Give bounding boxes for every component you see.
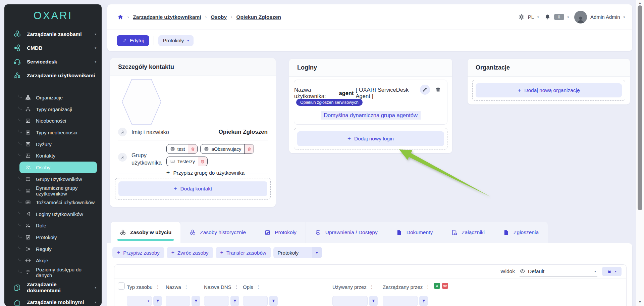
- scrollbar[interactable]: ▲ ▼: [636, 0, 644, 306]
- sidebar-item[interactable]: Zarządzanie dokumentami▾: [4, 280, 102, 295]
- return-assets-button[interactable]: +Zwróc zasoby: [167, 247, 213, 258]
- sidebar-item[interactable]: Typy nieobecności: [19, 127, 97, 138]
- scrollbar-thumb[interactable]: [638, 5, 642, 210]
- scroll-up-icon[interactable]: ▲: [636, 1, 644, 5]
- sidebar-item[interactable]: Protokoły: [19, 231, 97, 243]
- filter-input[interactable]: [204, 296, 229, 306]
- assign-group-link[interactable]: + Przypisz grupę do użytkownika: [166, 169, 270, 176]
- column-menu-icon[interactable]: ⋮: [184, 284, 189, 290]
- column-menu-icon[interactable]: ⋮: [155, 284, 160, 290]
- tab-3[interactable]: Uprawnienia / Dostępy: [306, 222, 387, 243]
- sidebar-item[interactable]: Poziomy dostępu do danych: [19, 266, 97, 278]
- column-filter-input[interactable]: [332, 296, 368, 306]
- filter-input[interactable]: [127, 296, 148, 306]
- column-menu-icon[interactable]: ⋮: [369, 284, 374, 290]
- breadcrumb-link[interactable]: Opiekun Zgloszen: [236, 14, 281, 20]
- add-login-button[interactable]: + Dodaj nowy login: [297, 131, 444, 146]
- export-excel-icon[interactable]: X: [434, 283, 440, 289]
- sidebar-item[interactable]: Organizacje: [19, 92, 97, 103]
- filter-input[interactable]: [243, 296, 267, 306]
- sidebar-item[interactable]: Role: [19, 220, 97, 232]
- column-filter-input[interactable]: [204, 296, 229, 306]
- sidebar: OXARI Zarządzanie zasobami▾CMDB▾Serviced…: [4, 4, 102, 306]
- edit-login-button[interactable]: [420, 85, 430, 95]
- sidebar-item[interactable]: Typy organizacji: [19, 103, 97, 115]
- sidebar-item[interactable]: Osoby: [19, 162, 97, 173]
- scroll-down-icon[interactable]: ▼: [636, 300, 644, 304]
- filter-button[interactable]: [153, 296, 162, 306]
- user-groups-icon: [25, 176, 31, 182]
- bell-icon[interactable]: [544, 14, 551, 20]
- tab-5[interactable]: Załączniki: [442, 222, 494, 243]
- sidebar-item[interactable]: Reguły: [19, 243, 97, 255]
- dynamic-user-groups-icon: [25, 188, 31, 193]
- view-select[interactable]: Default ▾: [520, 266, 597, 277]
- remove-group-button[interactable]: [245, 144, 254, 154]
- tab-6[interactable]: Zgłoszenia: [494, 222, 548, 243]
- mobile-management-icon: [13, 299, 21, 306]
- protocols-select[interactable]: Protokoły ▼: [273, 247, 322, 258]
- select-all-checkbox[interactable]: [118, 282, 125, 290]
- agent-group-link[interactable]: Domyślna dynamiczna grupa agentów: [321, 111, 421, 120]
- filter-input[interactable]: [166, 296, 190, 306]
- column-menu-icon[interactable]: ⋮: [425, 284, 430, 290]
- column-filter-input[interactable]: [243, 296, 268, 306]
- sidebar-item[interactable]: Nieobecności: [19, 115, 97, 127]
- breadcrumb-link[interactable]: Zarządzanie użytkownikami: [133, 14, 201, 20]
- add-contact-button[interactable]: + Dodaj kontakt: [118, 181, 267, 196]
- column-filter-input[interactable]: [166, 296, 190, 306]
- filter-button[interactable]: [269, 296, 278, 306]
- column-menu-icon[interactable]: ⋮: [256, 284, 261, 290]
- sidebar-item[interactable]: CMDB▾: [4, 41, 102, 55]
- user-menu[interactable]: Admin Admin: [590, 14, 620, 20]
- sidebar-item[interactable]: Zarządzanie użytkownikami: [4, 69, 102, 82]
- tab-4[interactable]: Dokumenty: [387, 222, 442, 243]
- sidebar-item[interactable]: Kontakty: [19, 150, 97, 162]
- avatar[interactable]: [574, 11, 587, 24]
- column-filter-input[interactable]: [383, 296, 418, 306]
- chevron-down-icon[interactable]: ▾: [623, 15, 625, 19]
- export-pdf-icon[interactable]: PDF: [442, 283, 448, 289]
- plus-icon: +: [174, 185, 177, 192]
- filter-button[interactable]: [419, 296, 428, 306]
- sidebar-item[interactable]: Tożsamości użytkowników: [19, 196, 97, 208]
- filter-button[interactable]: [369, 296, 378, 306]
- chevron-down-icon: ▾: [615, 270, 616, 273]
- sidebar-item[interactable]: Dynamiczne grupy użytkowników: [19, 185, 97, 197]
- tab-1[interactable]: Zasoby historycznie: [180, 222, 255, 243]
- app-logo[interactable]: OXARI: [4, 4, 102, 27]
- assign-assets-button[interactable]: +Przypisz zasoby: [112, 247, 164, 258]
- sidebar-item[interactable]: Zarządzanie zasobami▾: [4, 27, 102, 41]
- column-menu-icon[interactable]: ⋮: [234, 284, 239, 290]
- add-organization-button[interactable]: + Dodaj nową organizację: [476, 83, 622, 97]
- chevron-down-icon[interactable]: ▾: [537, 15, 539, 19]
- filter-input[interactable]: [333, 296, 367, 306]
- home-icon[interactable]: [117, 14, 123, 20]
- filter-button[interactable]: [192, 296, 200, 306]
- remove-group-button[interactable]: [198, 157, 207, 166]
- language-selector[interactable]: PL: [528, 14, 534, 20]
- users-management-icon: [13, 72, 21, 79]
- sidebar-item[interactable]: Servicedesk▾: [4, 55, 102, 69]
- protocols-dropdown-button[interactable]: Protokoły ▾: [158, 35, 194, 46]
- tab-2[interactable]: Protokoły: [255, 222, 306, 243]
- sidebar-item[interactable]: Zarządzanie mobilnymi▾: [4, 295, 102, 306]
- breadcrumb-link[interactable]: Osoby: [211, 14, 227, 20]
- transfer-assets-button[interactable]: +Transfer zasobów: [216, 247, 271, 258]
- plus-icon: +: [347, 135, 351, 142]
- sidebar-item[interactable]: Loginy użytkowników: [19, 208, 97, 220]
- remove-group-button[interactable]: [188, 144, 197, 154]
- filter-button[interactable]: [230, 296, 239, 306]
- tab-0[interactable]: Zasoby w użyciu: [111, 222, 180, 243]
- chevron-down-icon[interactable]: ▾: [568, 15, 569, 19]
- sidebar-item[interactable]: Akcje: [19, 255, 97, 267]
- edit-button[interactable]: Edytuj: [117, 35, 149, 46]
- view-lock-button[interactable]: ▾: [602, 267, 622, 276]
- table-header-row: Typ zasobu⋮Nazwa⋮Nazwa DNS⋮Opis⋮Używany …: [114, 278, 626, 295]
- sidebar-item[interactable]: Grupy użytkowników: [19, 173, 97, 185]
- delete-login-button[interactable]: [433, 85, 443, 95]
- gear-icon[interactable]: [518, 14, 525, 20]
- column-filter-input[interactable]: ▾: [127, 296, 152, 306]
- sidebar-item[interactable]: Dyżury: [19, 138, 97, 150]
- filter-input[interactable]: [383, 296, 418, 306]
